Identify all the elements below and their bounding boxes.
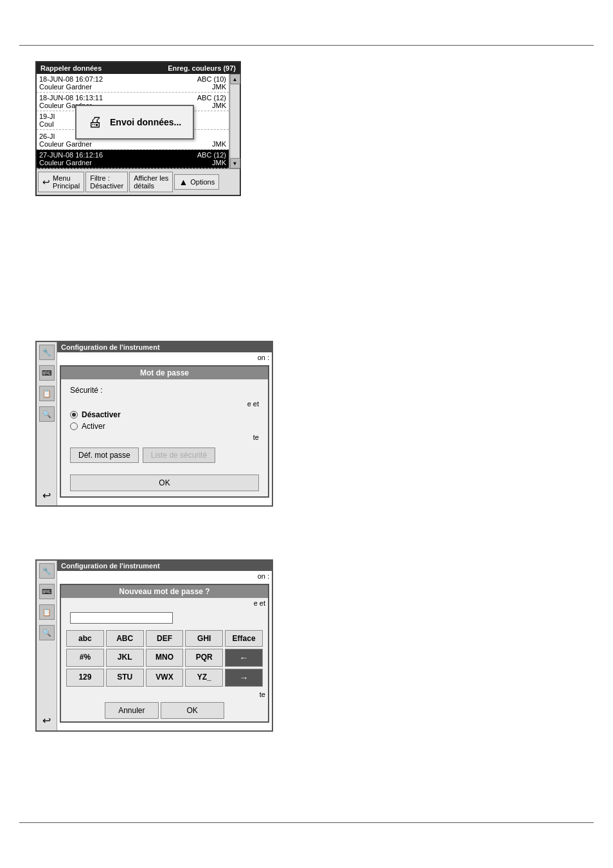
row-date: 26-JI [39,132,55,140]
recall-toolbar: ↩ Menu Principal Filtre : Désactiver Aff… [37,168,240,195]
envoi-icon: 🖨 [88,114,102,131]
config-title: Configuration de l'instrument [57,342,272,352]
recall-list: 18-JUN-08 16:07:12 ABC (10) Couleur Gard… [37,74,229,168]
key-129[interactable]: 129 [66,669,104,687]
ok-button[interactable]: OK [161,702,224,719]
menu-principal-button[interactable]: ↩ Menu Principal [38,172,84,192]
recall-row-bottom: Couleur Gardner JMK [39,159,226,167]
menu-label: Menu Principal [53,174,80,190]
key-efface[interactable]: Efface [225,630,263,647]
recall-title: Rappeler données [40,64,102,72]
row-name: Couleur Gardner [39,159,92,167]
key-STU[interactable]: STU [106,669,144,687]
radio-deactivate[interactable]: Désactiver [70,410,259,419]
config-sidebar-2: 🔧 ⌨ 📋 🔍 ↩ [37,561,57,730]
options-button[interactable]: ▲ Options [174,174,219,190]
scroll-up-button[interactable]: ▲ [230,74,240,84]
sidebar-icon-clipboard-2[interactable]: 📋 [39,604,55,620]
key-MNO[interactable]: MNO [146,649,184,667]
row-user: JMK [212,159,226,167]
config-window: 🔧 ⌨ 📋 🔍 ↩ Configuration de l'instrument … [35,341,273,507]
key-hash-percent[interactable]: #% [66,649,104,667]
scroll-track [231,85,240,158]
sidebar-icon-keyboard[interactable]: ⌨ [39,365,55,381]
config-main: Configuration de l'instrument on : Mot d… [57,342,272,505]
dialog-body: Sécurité : e et Désactiver Activer te [61,379,268,469]
security-list-button[interactable]: Liste de sécurité [143,448,215,463]
key-YZ_[interactable]: YZ_ [185,669,223,687]
new-dialog-title: Nouveau mot de passe ? [61,585,268,598]
row-date: 18-JUN-08 16:13:11 [39,94,103,102]
dialog-ok-button[interactable]: OK [70,475,259,491]
options-arrow-icon: ▲ [179,177,188,187]
radio-activate[interactable]: Activer [70,422,259,431]
sidebar-icon-wrench[interactable]: 🔧 [39,345,55,360]
password-section: 🔧 ⌨ 📋 🔍 ↩ Configuration de l'instrument … [35,341,273,507]
sidebar-icon-keyboard-2[interactable]: ⌨ [39,584,55,599]
key-PQR[interactable]: PQR [185,649,223,667]
row-date: 19-JI [39,113,55,120]
radio-deactivate-label: Désactiver [82,410,121,419]
recall-subtitle: Enreg. couleurs (97) [168,64,236,72]
bg-text-row1: on : [57,352,272,363]
key-backspace[interactable]: ← [225,649,263,667]
scroll-down-button[interactable]: ▼ [230,158,240,168]
display-details-button[interactable]: Afficher les détails [129,172,173,192]
bg-partial-et-3: e et [61,598,268,608]
radio-dot-empty [70,422,78,430]
key-JKL[interactable]: JKL [106,649,144,667]
config-sidebar: 🔧 ⌨ 📋 🔍 ↩ [37,342,57,505]
key-forward[interactable]: → [225,669,263,687]
password-input[interactable] [70,612,173,624]
recall-row-bottom: Couleur Gardner JMK [39,83,226,91]
recall-row-bottom: Couleur Gardner JMK [39,140,226,148]
recall-row-top: 27-JUN-08 16:12:16 ABC (12) [39,151,226,159]
config-footer [57,500,272,505]
sidebar-icon-wrench-2[interactable]: 🔧 [39,563,55,579]
def-password-button[interactable]: Déf. mot passe [70,448,139,463]
bottom-rule [19,822,594,823]
keypad-grid: abc ABC DEF GHI Efface #% JKL MNO PQR ← … [61,628,268,689]
cancel-button[interactable]: Annuler [105,702,158,719]
sidebar-back-button[interactable]: ↩ [39,487,55,503]
top-rule [19,45,594,46]
row-name: Couleur Gardner [39,140,92,148]
filter-label: Filtre : Désactiver [90,174,123,190]
recall-row-selected[interactable]: 27-JUN-08 16:12:16 ABC (12) Couleur Gard… [37,150,229,168]
row-name: Coul [39,120,54,128]
recall-data-section: Rappeler données Enreg. couleurs (97) 18… [35,61,241,196]
key-ABC[interactable]: ABC [106,630,144,647]
sidebar-icon-search[interactable]: 🔍 [39,406,55,422]
sidebar-back-button-2[interactable]: ↩ [39,712,55,728]
key-abc[interactable]: abc [66,630,104,647]
recall-row-top: 18-JUN-08 16:07:12 ABC (10) [39,75,226,83]
key-VWX[interactable]: VWX [146,669,184,687]
row-code: ABC (12) [197,151,226,159]
options-label: Options [190,178,215,186]
config-footer-3 [57,725,272,730]
recall-window: Rappeler données Enreg. couleurs (97) 18… [35,61,241,196]
bg-text-row-3: on : [57,571,272,581]
key-DEF[interactable]: DEF [146,630,184,647]
config-main-2: Configuration de l'instrument on : Nouve… [57,561,272,730]
dialog-button-row: Déf. mot passe Liste de sécurité [70,448,259,463]
sidebar-icon-clipboard[interactable]: 📋 [39,386,55,401]
filter-button[interactable]: Filtre : Désactiver [85,172,128,192]
envoi-popup: 🖨 Envoi données... [75,105,194,140]
new-password-dialog: Nouveau mot de passe ? e et abc ABC DEF … [60,584,269,723]
key-GHI[interactable]: GHI [185,630,223,647]
bg-partial-et: e et [70,400,259,408]
sidebar-icon-search-2[interactable]: 🔍 [39,625,55,640]
recall-body: 18-JUN-08 16:07:12 ABC (10) Couleur Gard… [37,74,240,168]
bg-text-right-top-3: on : [258,572,269,580]
recall-title-bar: Rappeler données Enreg. couleurs (97) [37,62,240,74]
display-label: Afficher les détails [134,174,168,190]
row-code: ABC (12) [197,94,226,102]
recall-row-top: 18-JUN-08 16:13:11 ABC (12) [39,94,226,102]
new-password-button-row: Annuler OK [61,700,268,721]
config-window-2: 🔧 ⌨ 📋 🔍 ↩ Configuration de l'instrument … [35,559,273,732]
security-label: Sécurité : [70,386,259,395]
recall-row[interactable]: 18-JUN-08 16:07:12 ABC (10) Couleur Gard… [37,74,229,93]
recall-scrollbar: ▲ ▼ [229,74,240,168]
row-name: Couleur Gardner [39,83,92,91]
